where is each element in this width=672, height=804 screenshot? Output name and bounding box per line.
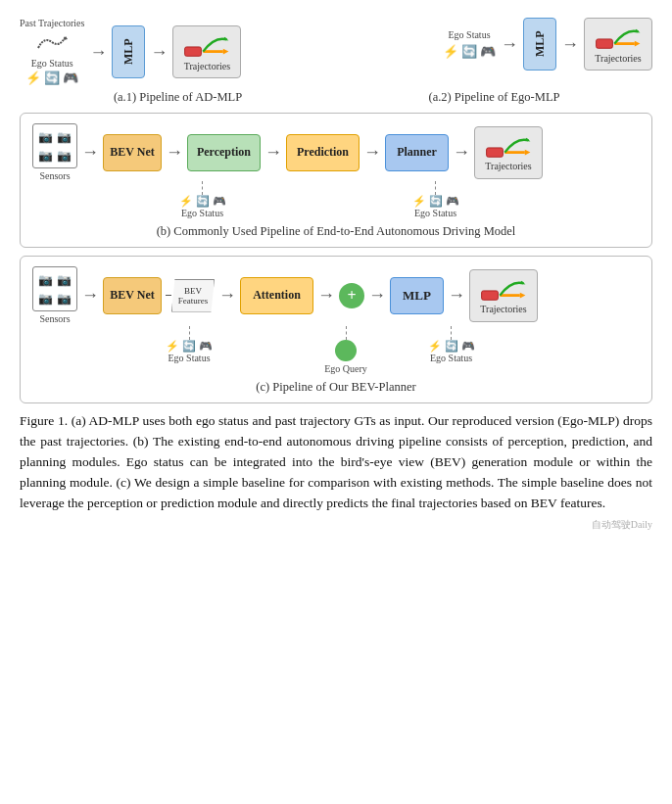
- b-traj-svg: [484, 133, 533, 161]
- a2-traj-box: Trajectories: [584, 18, 652, 71]
- a2-arrow1: [501, 34, 518, 55]
- c-cam4: 📷: [57, 293, 72, 305]
- c-sensors-box: 📷 📷 📷 📷: [32, 266, 77, 311]
- c-traj-svg: [479, 276, 528, 304]
- b-planner-col: Planner: [385, 134, 449, 171]
- c-traj-box: Trajectories: [469, 269, 538, 322]
- section-a: Past Trajectories Ego Status ⚡ 🔄 🎮: [20, 18, 652, 105]
- pipeline-b-row: 📷 📷 📷 📷 Sensors BEV Net Perception Predi…: [32, 123, 640, 181]
- section-c: 📷 📷 📷 📷 Sensors BEV Net BEVFeatures Atte…: [20, 256, 652, 403]
- a1-ego-icons: ⚡ 🔄 🎮: [25, 71, 78, 86]
- watermark: 自动驾驶Daily: [20, 518, 652, 532]
- b-arr5: [453, 142, 470, 163]
- a1-ego-status-label: Ego Status: [31, 58, 73, 69]
- a2-traj-label: Trajectories: [595, 53, 641, 64]
- b-sensors-box: 📷 📷 📷 📷: [32, 123, 77, 168]
- a1-arrow1: [89, 42, 107, 63]
- b-below-row: ⚡ 🔄 🎮 Ego Status ⚡ 🔄 🎮 Ego Status: [32, 181, 640, 218]
- a1-arrow2: [150, 42, 168, 63]
- a2-arrow2: [561, 34, 579, 55]
- b-dashed1: [202, 181, 203, 195]
- b-traj-box: Trajectories: [474, 126, 543, 179]
- a1-caption: (a.1) Pipeline of AD-MLP: [20, 90, 336, 105]
- svg-marker-7: [635, 41, 641, 47]
- a1-traj-svg: [182, 32, 231, 60]
- b-dashed2: [435, 181, 436, 195]
- figure-caption: Figure 1. (a) AD-MLP uses both ego statu…: [20, 411, 652, 514]
- a1-traj-label: Trajectories: [184, 61, 230, 71]
- a2-mlp-box: MLP: [523, 18, 556, 71]
- c-dashed-query: [346, 326, 347, 340]
- cam4: 📷: [57, 150, 72, 162]
- b-arr4: [363, 142, 381, 163]
- c-ego2-col: ⚡ 🔄 🎮 Ego Status: [424, 326, 478, 363]
- c-ego-status-main-label: Ego Status: [168, 353, 210, 363]
- a2-ego-icons: ⚡ 🔄 🎮: [443, 44, 496, 60]
- b-ego1-col: ⚡ 🔄 🎮 Ego Status: [166, 181, 239, 218]
- cam3: 📷: [38, 150, 53, 162]
- c-ego2-icons: ⚡ 🔄 🎮: [428, 340, 475, 353]
- past-traj-icon: [34, 32, 70, 52]
- c-bevnet-box: BEV Net: [103, 277, 162, 314]
- b-perception-col: Perception: [187, 134, 261, 171]
- c-arr3: [317, 285, 335, 306]
- pipeline-a1: Past Trajectories Ego Status ⚡ 🔄 🎮: [20, 18, 241, 86]
- pipeline-c-row: 📷 📷 📷 📷 Sensors BEV Net BEVFeatures Atte…: [32, 266, 640, 324]
- c-attention-box: Attention: [240, 277, 313, 314]
- cam1: 📷: [38, 131, 53, 143]
- c-ego-main-col: ⚡ 🔄 🎮 Ego Status: [160, 326, 218, 363]
- section-a-captions: (a.1) Pipeline of AD-MLP (a.2) Pipeline …: [20, 90, 652, 105]
- svg-rect-5: [597, 39, 613, 48]
- pipeline-a2: Ego Status ⚡ 🔄 🎮 MLP: [443, 18, 652, 86]
- b-ego1-icons: ⚡ 🔄 🎮: [179, 195, 226, 208]
- c-bev-feat-wrapper: BEVFeatures: [166, 279, 215, 312]
- a2-inputs: Ego Status ⚡ 🔄 🎮: [443, 29, 496, 60]
- c-ego-query-label: Ego Query: [324, 363, 367, 374]
- section-b-caption: (b) Commonly Used Pipeline of End-to-End…: [32, 224, 640, 239]
- b-ego2-col: ⚡ 🔄 🎮 Ego Status: [404, 181, 467, 218]
- b-arr3: [264, 142, 282, 163]
- c-ego-query-col: Ego Query: [316, 326, 375, 374]
- c-dashed2: [451, 326, 452, 340]
- a1-mlp-box: MLP: [112, 25, 145, 78]
- cam2: 📷: [57, 131, 72, 143]
- c-bev-features-box: BEVFeatures: [171, 279, 215, 312]
- b-ego2-label: Ego Status: [414, 208, 456, 218]
- a1-inputs: Past Trajectories Ego Status ⚡ 🔄 🎮: [20, 18, 84, 86]
- c-cam1: 📷: [38, 274, 53, 286]
- svg-marker-15: [520, 293, 526, 299]
- section-b: 📷 📷 📷 📷 Sensors BEV Net Perception Predi…: [20, 113, 652, 248]
- c-dashed1: [189, 326, 190, 340]
- svg-rect-1: [185, 47, 202, 56]
- c-ego-query-circle: [335, 340, 357, 361]
- b-bevnet-box: BEV Net: [103, 134, 162, 171]
- section-c-caption: (c) Pipeline of Our BEV-Planner: [32, 380, 640, 395]
- c-arr2: [218, 285, 236, 306]
- b-planner-box: Planner: [385, 134, 449, 171]
- c-sensors-col: 📷 📷 📷 📷 Sensors: [32, 266, 77, 324]
- c-merge-circle: +: [339, 283, 364, 308]
- b-traj-label: Trajectories: [485, 161, 531, 171]
- b-perception-box: Perception: [187, 134, 261, 171]
- a2-caption: (a.2) Pipeline of Ego-MLP: [336, 90, 652, 105]
- c-below-row: ⚡ 🔄 🎮 Ego Status Ego Query ⚡ 🔄 🎮 Ego Sta…: [32, 326, 640, 374]
- a2-ego-status-label: Ego Status: [448, 29, 490, 40]
- a1-traj-box: Trajectories: [172, 25, 241, 78]
- c-line1: [166, 295, 171, 296]
- a2-traj-svg: [594, 24, 643, 52]
- b-prediction-box: Prediction: [286, 134, 360, 171]
- c-cam2: 📷: [57, 274, 72, 286]
- c-arr4: [368, 285, 386, 306]
- svg-marker-3: [223, 49, 229, 55]
- svg-rect-13: [482, 291, 499, 300]
- c-arr5: [448, 285, 465, 306]
- svg-rect-9: [487, 148, 504, 157]
- c-ego2-label: Ego Status: [430, 353, 472, 363]
- c-cam3: 📷: [38, 293, 53, 305]
- b-arr2: [166, 142, 183, 163]
- b-sensors-col: 📷 📷 📷 📷 Sensors: [32, 123, 77, 181]
- b-prediction-col: Prediction: [286, 134, 360, 171]
- c-mlp-box: MLP: [390, 277, 444, 314]
- c-arr1: [81, 285, 99, 306]
- past-traj-label: Past Trajectories: [20, 18, 84, 28]
